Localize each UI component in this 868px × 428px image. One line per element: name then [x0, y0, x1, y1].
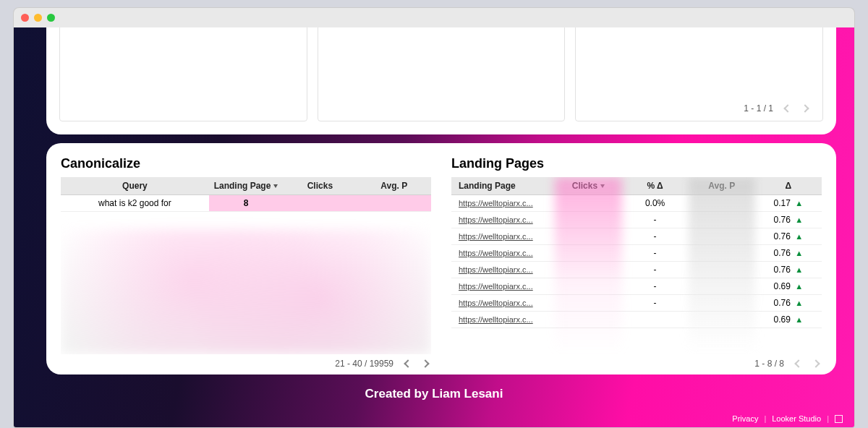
- cell-delta: 0.76 ▲: [755, 262, 822, 278]
- chevron-right-icon[interactable]: [801, 104, 809, 112]
- top-card-1: [59, 27, 307, 121]
- cell-delta: 0.76 ▲: [755, 228, 822, 245]
- report-viewport: 1 - 1 / 1 Canonicalize Query Landing Pag…: [13, 27, 855, 428]
- cell-page[interactable]: https://welltopiarx.c...: [451, 228, 555, 245]
- canonicalize-table: Query Landing Page Clicks Avg. P what is…: [61, 177, 431, 212]
- cell-page[interactable]: https://welltopiarx.c...: [451, 295, 555, 312]
- cell-pct: -: [622, 212, 689, 228]
- chevron-left-icon[interactable]: [404, 359, 412, 367]
- cell-page[interactable]: https://welltopiarx.c...: [451, 195, 555, 212]
- table-row[interactable]: https://welltopiarx.c...-0.76 ▲: [451, 245, 822, 262]
- cell-delta: 0.76 ▲: [755, 212, 822, 228]
- cell-pct: -: [622, 295, 689, 312]
- table-row[interactable]: https://welltopiarx.c...-0.76 ▲: [451, 228, 822, 245]
- arrow-up-icon: ▲: [795, 249, 803, 257]
- table-row[interactable]: https://welltopiarx.c...-0.69 ▲: [451, 278, 822, 295]
- col-delta[interactable]: Δ: [755, 177, 822, 195]
- cell-pct: -: [622, 228, 689, 245]
- top-card-row: 1 - 1 / 1: [46, 27, 836, 134]
- canonicalize-range: 21 - 40 / 19959: [335, 359, 393, 369]
- landing-table: Landing Page Clicks % Δ Avg. P Δ https:/…: [451, 177, 822, 328]
- cell-delta: 0.17 ▲: [755, 195, 822, 212]
- cell-page[interactable]: https://welltopiarx.c...: [451, 262, 555, 278]
- cell-page[interactable]: https://welltopiarx.c...: [451, 278, 555, 295]
- cell-page[interactable]: https://welltopiarx.c...: [451, 212, 555, 228]
- landing-range: 1 - 8 / 8: [754, 359, 784, 369]
- top-card-3-pager: 1 - 1 / 1: [744, 103, 808, 114]
- browser-chrome: [13, 7, 855, 27]
- top-card-3-range: 1 - 1 / 1: [744, 103, 773, 114]
- arrow-up-icon: ▲: [795, 299, 803, 307]
- top-card-2: [318, 27, 566, 121]
- canonicalize-pager: 21 - 40 / 19959: [61, 354, 431, 369]
- landing-pager: 1 - 8 / 8: [451, 354, 822, 369]
- minimize-traffic-light[interactable]: [34, 14, 42, 22]
- col-pct-delta[interactable]: % Δ: [622, 177, 689, 195]
- col-clicks[interactable]: Clicks: [283, 177, 357, 195]
- main-panel: Canonicalize Query Landing Page Clicks A…: [46, 143, 836, 374]
- chevron-left-icon[interactable]: [794, 359, 802, 367]
- canonicalize-blurred-rows: [61, 212, 431, 354]
- arrow-up-icon: ▲: [795, 215, 803, 224]
- cell-landing: 8: [209, 195, 283, 212]
- table-row[interactable]: what is k2 good for 8: [61, 195, 431, 212]
- cell-pct: [622, 312, 689, 328]
- arrow-up-icon: ▲: [795, 315, 803, 324]
- table-row[interactable]: https://welltopiarx.c...-0.76 ▲: [451, 295, 822, 312]
- arrow-up-icon: ▲: [795, 282, 803, 291]
- cell-delta: 0.69 ▲: [755, 278, 822, 295]
- canonicalize-section: Canonicalize Query Landing Page Clicks A…: [61, 156, 431, 369]
- landing-avgp-blur: [689, 177, 755, 354]
- cell-query: what is k2 good for: [61, 195, 209, 212]
- close-traffic-light[interactable]: [21, 14, 29, 22]
- cell-pct: -: [622, 262, 689, 278]
- cell-pct: -: [622, 278, 689, 295]
- top-card-3: 1 - 1 / 1: [575, 27, 823, 121]
- col-avg-p[interactable]: Avg. P: [357, 177, 431, 195]
- cell-delta: 0.76 ▲: [755, 245, 822, 262]
- table-row[interactable]: https://welltopiarx.c...-0.76 ▲: [451, 262, 822, 278]
- table-row[interactable]: https://welltopiarx.c...-0.76 ▲: [451, 212, 822, 228]
- fullscreen-icon[interactable]: [835, 415, 843, 423]
- cell-page[interactable]: https://welltopiarx.c...: [451, 245, 555, 262]
- cell-pct: -: [622, 245, 689, 262]
- canonicalize-title: Canonicalize: [61, 156, 431, 171]
- col-query[interactable]: Query: [61, 177, 209, 195]
- landing-title: Landing Pages: [451, 156, 822, 171]
- cell-avgp: [357, 195, 431, 212]
- footer-links: Privacy | Looker Studio |: [732, 414, 843, 423]
- footer-credit: Created by Liam Lesani: [14, 387, 854, 401]
- arrow-up-icon: ▲: [795, 199, 803, 207]
- table-row[interactable]: https://welltopiarx.c...0.69 ▲: [451, 312, 822, 328]
- arrow-up-icon: ▲: [795, 232, 803, 241]
- chevron-left-icon[interactable]: [783, 104, 791, 112]
- cell-page[interactable]: https://welltopiarx.c...: [451, 312, 555, 328]
- cell-delta: 0.76 ▲: [755, 295, 822, 312]
- chevron-right-icon[interactable]: [812, 359, 820, 367]
- maximize-traffic-light[interactable]: [47, 14, 55, 22]
- col-landing-page[interactable]: Landing Page: [209, 177, 283, 195]
- cell-clicks: [283, 195, 357, 212]
- privacy-link[interactable]: Privacy: [732, 414, 758, 423]
- cell-delta: 0.69 ▲: [755, 312, 822, 328]
- landing-section: Landing Pages Landing Page Clicks % Δ Av…: [451, 156, 822, 369]
- chevron-right-icon[interactable]: [421, 359, 429, 367]
- cell-pct: 0.0%: [622, 195, 689, 212]
- table-row[interactable]: https://welltopiarx.c...0.0%0.17 ▲: [451, 195, 822, 212]
- product-link[interactable]: Looker Studio: [772, 414, 821, 423]
- col-landing-page[interactable]: Landing Page: [451, 177, 555, 195]
- landing-clicks-blur: [555, 177, 621, 354]
- arrow-up-icon: ▲: [795, 265, 803, 274]
